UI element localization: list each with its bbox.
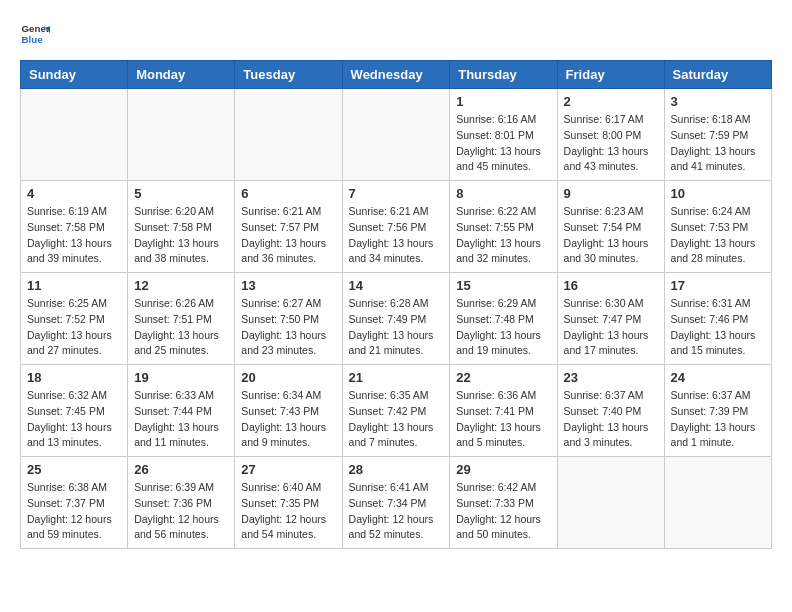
day-number: 16 [564, 278, 658, 293]
calendar-cell: 4Sunrise: 6:19 AM Sunset: 7:58 PM Daylig… [21, 181, 128, 273]
calendar-table: SundayMondayTuesdayWednesdayThursdayFrid… [20, 60, 772, 549]
day-number: 5 [134, 186, 228, 201]
weekday-header-thursday: Thursday [450, 61, 557, 89]
calendar-cell [235, 89, 342, 181]
day-info: Sunrise: 6:40 AM Sunset: 7:35 PM Dayligh… [241, 480, 335, 543]
calendar-cell: 6Sunrise: 6:21 AM Sunset: 7:57 PM Daylig… [235, 181, 342, 273]
day-info: Sunrise: 6:30 AM Sunset: 7:47 PM Dayligh… [564, 296, 658, 359]
day-number: 21 [349, 370, 444, 385]
calendar-cell [128, 89, 235, 181]
calendar-cell: 24Sunrise: 6:37 AM Sunset: 7:39 PM Dayli… [664, 365, 771, 457]
weekday-header-monday: Monday [128, 61, 235, 89]
day-number: 4 [27, 186, 121, 201]
day-number: 18 [27, 370, 121, 385]
day-info: Sunrise: 6:27 AM Sunset: 7:50 PM Dayligh… [241, 296, 335, 359]
day-info: Sunrise: 6:29 AM Sunset: 7:48 PM Dayligh… [456, 296, 550, 359]
day-info: Sunrise: 6:42 AM Sunset: 7:33 PM Dayligh… [456, 480, 550, 543]
day-number: 2 [564, 94, 658, 109]
calendar-cell [664, 457, 771, 549]
calendar-cell: 18Sunrise: 6:32 AM Sunset: 7:45 PM Dayli… [21, 365, 128, 457]
day-number: 24 [671, 370, 765, 385]
weekday-header-row: SundayMondayTuesdayWednesdayThursdayFrid… [21, 61, 772, 89]
day-number: 1 [456, 94, 550, 109]
calendar-cell: 14Sunrise: 6:28 AM Sunset: 7:49 PM Dayli… [342, 273, 450, 365]
weekday-header-friday: Friday [557, 61, 664, 89]
day-number: 3 [671, 94, 765, 109]
calendar-cell: 9Sunrise: 6:23 AM Sunset: 7:54 PM Daylig… [557, 181, 664, 273]
calendar-cell: 29Sunrise: 6:42 AM Sunset: 7:33 PM Dayli… [450, 457, 557, 549]
calendar-cell [21, 89, 128, 181]
logo: General Blue [20, 20, 50, 50]
calendar-cell: 23Sunrise: 6:37 AM Sunset: 7:40 PM Dayli… [557, 365, 664, 457]
calendar-cell [342, 89, 450, 181]
logo-icon: General Blue [20, 20, 50, 50]
calendar-cell: 15Sunrise: 6:29 AM Sunset: 7:48 PM Dayli… [450, 273, 557, 365]
day-number: 10 [671, 186, 765, 201]
day-info: Sunrise: 6:21 AM Sunset: 7:57 PM Dayligh… [241, 204, 335, 267]
day-number: 7 [349, 186, 444, 201]
calendar-cell: 10Sunrise: 6:24 AM Sunset: 7:53 PM Dayli… [664, 181, 771, 273]
day-info: Sunrise: 6:21 AM Sunset: 7:56 PM Dayligh… [349, 204, 444, 267]
calendar-cell: 21Sunrise: 6:35 AM Sunset: 7:42 PM Dayli… [342, 365, 450, 457]
calendar-cell: 12Sunrise: 6:26 AM Sunset: 7:51 PM Dayli… [128, 273, 235, 365]
day-number: 12 [134, 278, 228, 293]
calendar-cell: 27Sunrise: 6:40 AM Sunset: 7:35 PM Dayli… [235, 457, 342, 549]
calendar-cell: 22Sunrise: 6:36 AM Sunset: 7:41 PM Dayli… [450, 365, 557, 457]
day-info: Sunrise: 6:19 AM Sunset: 7:58 PM Dayligh… [27, 204, 121, 267]
day-info: Sunrise: 6:25 AM Sunset: 7:52 PM Dayligh… [27, 296, 121, 359]
day-number: 13 [241, 278, 335, 293]
calendar-cell: 28Sunrise: 6:41 AM Sunset: 7:34 PM Dayli… [342, 457, 450, 549]
weekday-header-tuesday: Tuesday [235, 61, 342, 89]
day-number: 22 [456, 370, 550, 385]
day-info: Sunrise: 6:23 AM Sunset: 7:54 PM Dayligh… [564, 204, 658, 267]
week-row-4: 25Sunrise: 6:38 AM Sunset: 7:37 PM Dayli… [21, 457, 772, 549]
day-info: Sunrise: 6:18 AM Sunset: 7:59 PM Dayligh… [671, 112, 765, 175]
day-info: Sunrise: 6:39 AM Sunset: 7:36 PM Dayligh… [134, 480, 228, 543]
day-info: Sunrise: 6:36 AM Sunset: 7:41 PM Dayligh… [456, 388, 550, 451]
week-row-2: 11Sunrise: 6:25 AM Sunset: 7:52 PM Dayli… [21, 273, 772, 365]
calendar-cell: 7Sunrise: 6:21 AM Sunset: 7:56 PM Daylig… [342, 181, 450, 273]
calendar-cell: 20Sunrise: 6:34 AM Sunset: 7:43 PM Dayli… [235, 365, 342, 457]
week-row-0: 1Sunrise: 6:16 AM Sunset: 8:01 PM Daylig… [21, 89, 772, 181]
day-number: 19 [134, 370, 228, 385]
day-number: 29 [456, 462, 550, 477]
day-info: Sunrise: 6:20 AM Sunset: 7:58 PM Dayligh… [134, 204, 228, 267]
calendar-cell: 19Sunrise: 6:33 AM Sunset: 7:44 PM Dayli… [128, 365, 235, 457]
day-number: 25 [27, 462, 121, 477]
calendar-cell: 26Sunrise: 6:39 AM Sunset: 7:36 PM Dayli… [128, 457, 235, 549]
day-number: 28 [349, 462, 444, 477]
calendar-cell: 1Sunrise: 6:16 AM Sunset: 8:01 PM Daylig… [450, 89, 557, 181]
day-number: 26 [134, 462, 228, 477]
calendar-cell: 8Sunrise: 6:22 AM Sunset: 7:55 PM Daylig… [450, 181, 557, 273]
day-number: 8 [456, 186, 550, 201]
day-info: Sunrise: 6:34 AM Sunset: 7:43 PM Dayligh… [241, 388, 335, 451]
day-number: 14 [349, 278, 444, 293]
week-row-1: 4Sunrise: 6:19 AM Sunset: 7:58 PM Daylig… [21, 181, 772, 273]
day-info: Sunrise: 6:41 AM Sunset: 7:34 PM Dayligh… [349, 480, 444, 543]
calendar-cell: 13Sunrise: 6:27 AM Sunset: 7:50 PM Dayli… [235, 273, 342, 365]
weekday-header-sunday: Sunday [21, 61, 128, 89]
calendar-cell: 3Sunrise: 6:18 AM Sunset: 7:59 PM Daylig… [664, 89, 771, 181]
day-info: Sunrise: 6:28 AM Sunset: 7:49 PM Dayligh… [349, 296, 444, 359]
day-info: Sunrise: 6:24 AM Sunset: 7:53 PM Dayligh… [671, 204, 765, 267]
page-header: General Blue [20, 20, 772, 50]
weekday-header-wednesday: Wednesday [342, 61, 450, 89]
day-number: 6 [241, 186, 335, 201]
day-number: 17 [671, 278, 765, 293]
day-info: Sunrise: 6:33 AM Sunset: 7:44 PM Dayligh… [134, 388, 228, 451]
day-info: Sunrise: 6:35 AM Sunset: 7:42 PM Dayligh… [349, 388, 444, 451]
day-number: 23 [564, 370, 658, 385]
svg-text:Blue: Blue [22, 34, 44, 45]
day-info: Sunrise: 6:16 AM Sunset: 8:01 PM Dayligh… [456, 112, 550, 175]
day-info: Sunrise: 6:26 AM Sunset: 7:51 PM Dayligh… [134, 296, 228, 359]
day-info: Sunrise: 6:37 AM Sunset: 7:40 PM Dayligh… [564, 388, 658, 451]
calendar-cell: 5Sunrise: 6:20 AM Sunset: 7:58 PM Daylig… [128, 181, 235, 273]
calendar-cell: 17Sunrise: 6:31 AM Sunset: 7:46 PM Dayli… [664, 273, 771, 365]
day-info: Sunrise: 6:22 AM Sunset: 7:55 PM Dayligh… [456, 204, 550, 267]
day-number: 15 [456, 278, 550, 293]
day-info: Sunrise: 6:31 AM Sunset: 7:46 PM Dayligh… [671, 296, 765, 359]
day-info: Sunrise: 6:38 AM Sunset: 7:37 PM Dayligh… [27, 480, 121, 543]
calendar-cell: 2Sunrise: 6:17 AM Sunset: 8:00 PM Daylig… [557, 89, 664, 181]
day-info: Sunrise: 6:17 AM Sunset: 8:00 PM Dayligh… [564, 112, 658, 175]
weekday-header-saturday: Saturday [664, 61, 771, 89]
